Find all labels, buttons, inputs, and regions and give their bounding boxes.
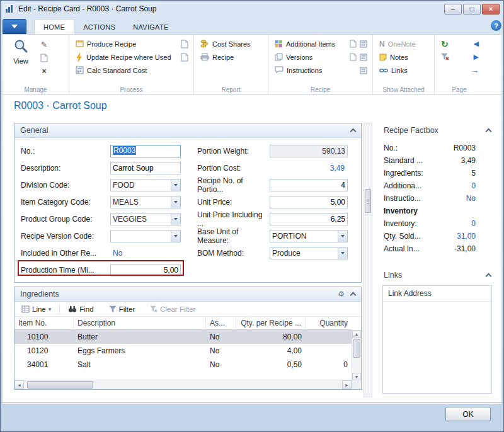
page-vertical-scrollbar[interactable]: [364, 123, 372, 397]
cell-qty-per-recipe: 4,00: [236, 344, 306, 358]
ribbon-group-page: ↻ ◀ ▶ → Page: [435, 35, 484, 94]
calc-icon[interactable]: [360, 40, 367, 48]
collapse-chevron-icon[interactable]: [350, 292, 357, 298]
column-header-item-no[interactable]: Item No.: [14, 317, 74, 329]
included-in-other-value[interactable]: No: [110, 249, 122, 258]
help-button[interactable]: ?: [491, 20, 501, 31]
minimize-button[interactable]: –: [444, 4, 462, 14]
item-category-code-dropdown[interactable]: MEALS: [110, 196, 181, 208]
tab-navigate[interactable]: NAVIGATE: [124, 20, 177, 34]
tab-actions[interactable]: ACTIONS: [74, 20, 124, 34]
links-button[interactable]: Links: [378, 64, 430, 77]
factbox-header[interactable]: Recipe Factbox: [377, 123, 497, 138]
copy-icon[interactable]: [181, 53, 188, 62]
table-row[interactable]: 10100 Butter No 80,00: [14, 330, 352, 344]
dropdown-arrow-icon[interactable]: [171, 230, 180, 242]
versions-button[interactable]: Versions: [273, 50, 369, 64]
scrollbar-thumb[interactable]: [353, 339, 360, 358]
find-button[interactable]: Find: [65, 304, 96, 314]
notes-button[interactable]: Notes: [378, 50, 430, 64]
produce-recipe-button[interactable]: Produce Recipe: [74, 37, 190, 50]
onenote-button[interactable]: N OneNote: [378, 37, 430, 50]
filter-funnel-icon: [109, 305, 117, 313]
factbox-ingredients-value: 5: [471, 169, 476, 178]
dropdown-arrow-icon[interactable]: [171, 213, 180, 225]
ingredients-section: Ingredients ⚙ Line ▾ Find Filter: [14, 287, 362, 390]
dropdown-arrow-icon[interactable]: [171, 196, 180, 208]
instructions-button[interactable]: Instructions: [273, 64, 369, 77]
cost-shares-button[interactable]: Cost Shares: [199, 37, 264, 50]
factbox-additional-value[interactable]: 0: [471, 181, 476, 190]
dropdown-arrow-icon[interactable]: [338, 247, 347, 259]
dropdown-arrow-icon[interactable]: [171, 179, 180, 191]
items-grid-icon: [275, 40, 283, 48]
customize-gear-icon[interactable]: ⚙: [338, 290, 345, 298]
column-header-description[interactable]: Description: [74, 317, 206, 329]
dropdown-arrow-icon[interactable]: [338, 230, 347, 242]
update-recipe-where-used-button[interactable]: Update Recipe where Used: [74, 50, 190, 64]
ok-button[interactable]: OK: [445, 407, 491, 421]
description-input[interactable]: [110, 162, 181, 174]
scroll-up-button[interactable]: ▲: [352, 330, 361, 338]
additional-items-button[interactable]: Additional Items: [273, 37, 369, 50]
table-row[interactable]: 10120 Eggs Farmers No 4,00: [14, 344, 352, 358]
delete-button[interactable]: ×: [39, 66, 49, 76]
bom-method-dropdown[interactable]: Produce: [270, 247, 348, 259]
tab-home[interactable]: HOME: [34, 19, 74, 34]
clear-filter-button[interactable]: [441, 53, 449, 61]
ingredients-section-header[interactable]: Ingredients ⚙: [14, 287, 361, 302]
calc-standard-cost-button[interactable]: Calc Standard Cost: [74, 64, 190, 77]
factbox-inventory-value[interactable]: 0: [471, 219, 476, 228]
scrollbar-thumb[interactable]: [365, 189, 371, 213]
recipe-no-portions-input[interactable]: [270, 179, 348, 191]
table-vertical-scrollbar[interactable]: ▲ ▼: [352, 330, 361, 381]
filter-button[interactable]: Filter: [106, 304, 139, 314]
next-button[interactable]: ▶: [474, 54, 479, 60]
calc-icon[interactable]: [360, 54, 367, 61]
column-header-qty-per-recipe[interactable]: Qty. per Recipe ...: [236, 317, 306, 329]
collapse-chevron-icon[interactable]: [486, 128, 492, 135]
scrollbar-track[interactable]: [24, 380, 342, 389]
printer-icon: [200, 53, 209, 61]
column-header-quantity[interactable]: Quantity: [306, 317, 352, 329]
view-label: View: [13, 57, 28, 65]
table-horizontal-scrollbar[interactable]: ◄ ►: [14, 380, 352, 389]
general-section-header[interactable]: General: [14, 123, 361, 138]
copy-icon[interactable]: [181, 40, 188, 48]
production-time-input[interactable]: [110, 264, 181, 276]
copy-icon[interactable]: [350, 40, 357, 48]
base-unit-of-measure-dropdown[interactable]: PORTION: [270, 230, 348, 242]
links-panel-header[interactable]: Links: [377, 268, 497, 283]
refresh-button[interactable]: ↻: [441, 40, 449, 48]
previous-button[interactable]: ◀: [474, 40, 479, 47]
collapse-chevron-icon[interactable]: [350, 128, 357, 135]
table-row[interactable]: 34001 Salt No 0,50 0: [14, 358, 352, 372]
view-button[interactable]: View: [8, 37, 34, 76]
no-input[interactable]: R0003: [110, 145, 181, 157]
clear-filter-button[interactable]: Clear Filter: [147, 304, 198, 314]
maximize-button[interactable]: □: [463, 4, 481, 14]
column-header-as[interactable]: As...: [206, 317, 236, 329]
close-button[interactable]: ×: [482, 4, 500, 14]
factbox-qty-sold-value[interactable]: 31,00: [457, 232, 476, 241]
application-menu-button[interactable]: [3, 19, 26, 34]
division-code-dropdown[interactable]: FOOD: [110, 179, 181, 191]
goto-button[interactable]: →: [471, 66, 479, 74]
scrollbar-thumb[interactable]: [27, 381, 93, 389]
product-group-code-dropdown[interactable]: VEGGIES: [110, 213, 181, 225]
unit-price-incl-input[interactable]: [270, 213, 348, 225]
portion-cost-value[interactable]: 3,49: [270, 164, 348, 173]
unit-price-input[interactable]: [270, 196, 348, 208]
scroll-right-button[interactable]: ►: [342, 380, 352, 389]
recipe-version-code-dropdown[interactable]: [110, 230, 181, 242]
scroll-left-button[interactable]: ◄: [14, 380, 24, 389]
copy-icon[interactable]: [350, 53, 357, 61]
new-button[interactable]: [39, 53, 49, 62]
factbox-instructions-value[interactable]: No: [466, 194, 476, 203]
line-menu-button[interactable]: Line ▾: [18, 304, 54, 314]
collapse-chevron-icon[interactable]: [486, 273, 492, 280]
calc-icon[interactable]: [360, 67, 367, 74]
onenote-icon: N: [379, 40, 385, 48]
recipe-report-button[interactable]: Recipe: [199, 50, 264, 64]
edit-button[interactable]: ✎: [39, 40, 49, 49]
